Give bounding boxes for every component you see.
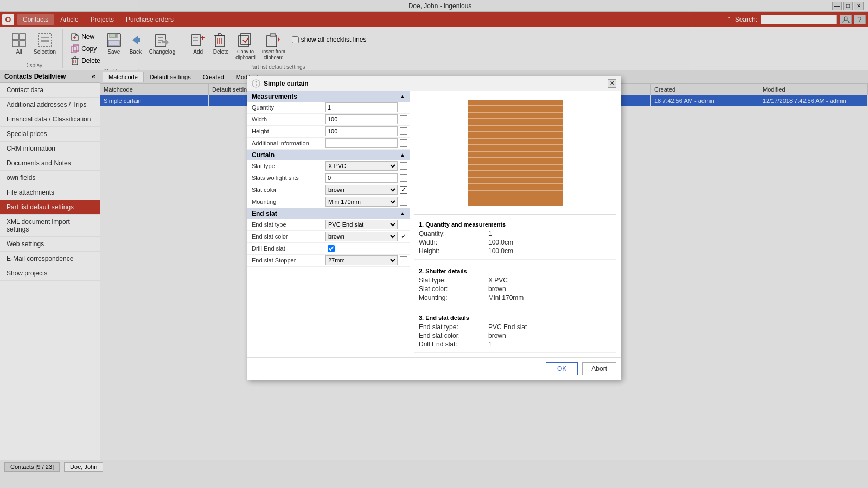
summary-slat-type: Slat type: X PVC — [419, 277, 612, 284]
field-end-slat-stopper: End slat Stopper 27mm — [247, 255, 410, 267]
end-slat-type-select[interactable]: PVC End slat — [326, 220, 398, 229]
summary-drill: Drill End slat: 1 — [419, 341, 612, 348]
curtain-slat — [468, 139, 563, 145]
field-mounting: Mounting Mini 170mm — [247, 196, 410, 208]
summary-section-1: 1. Quantity and measurements Quantity: 1… — [414, 218, 616, 260]
modal-simple-curtain: Simple curtain ✕ Measurements ▲ Quantity… — [247, 76, 621, 380]
additional-check[interactable] — [400, 139, 407, 147]
field-end-slat-type: End slat type PVC End slat — [247, 219, 410, 231]
width-input[interactable] — [326, 114, 398, 124]
field-additional: Additional information — [247, 138, 410, 150]
curtain-preview — [468, 100, 563, 206]
modal-overlay: Simple curtain ✕ Measurements ▲ Quantity… — [0, 0, 868, 488]
modal-close-button[interactable]: ✕ — [608, 79, 616, 88]
curtain-slat — [468, 126, 563, 132]
curtain-slat — [468, 113, 563, 119]
width-check[interactable] — [400, 115, 407, 123]
field-height: Height — [247, 126, 410, 138]
curtain-slat — [468, 100, 563, 106]
field-slat-color: Slat color brown ✓ — [247, 184, 410, 196]
field-drill-end-slat: Drill End slat — [247, 243, 410, 255]
ok-button[interactable]: OK — [546, 362, 578, 375]
field-quantity: Quantity — [247, 102, 410, 114]
quantity-check[interactable] — [400, 104, 407, 111]
modal-footer: OK Abort — [247, 357, 621, 380]
slat-color-select[interactable]: brown — [326, 185, 398, 195]
modal-preview: 1. Quantity and measurements Quantity: 1… — [410, 91, 621, 357]
end-slat-color-check[interactable]: ✓ — [400, 233, 407, 240]
end-slat-type-check[interactable] — [400, 221, 407, 228]
modal-title: Simple curtain — [252, 79, 309, 88]
curtain-section-header[interactable]: Curtain ▲ — [247, 150, 410, 160]
field-slat-type: Slat type X PVC — [247, 160, 410, 172]
height-input[interactable] — [326, 126, 398, 136]
additional-input[interactable] — [326, 138, 398, 148]
modal-title-bar: Simple curtain ✕ — [247, 76, 621, 91]
modal-form: Measurements ▲ Quantity Width Height — [247, 91, 410, 357]
curtain-slat — [468, 171, 563, 178]
end-slat-collapse[interactable]: ▲ — [400, 210, 405, 216]
curtain-slat — [468, 178, 563, 184]
stopper-check[interactable] — [400, 256, 407, 264]
height-check[interactable] — [400, 127, 407, 135]
curtain-slat — [468, 158, 563, 165]
curtain-slat — [468, 165, 563, 171]
end-slat-color-select[interactable]: brown — [326, 232, 398, 241]
slat-type-select[interactable]: X PVC — [326, 161, 398, 171]
modal-body: Measurements ▲ Quantity Width Height — [247, 91, 621, 357]
curtain-collapse[interactable]: ▲ — [400, 152, 405, 158]
curtain-slat — [468, 132, 563, 139]
summary-end-slat-color: End slat color: brown — [419, 332, 612, 339]
quantity-input[interactable] — [326, 102, 398, 112]
summary-mounting: Mounting: Mini 170mm — [419, 294, 612, 301]
summary-section-2: 2. Shutter details Slat type: X PVC Slat… — [414, 265, 616, 306]
summary-quantity: Quantity: 1 — [419, 230, 612, 237]
svg-point-45 — [256, 81, 257, 82]
modal-title-icon — [252, 79, 260, 88]
field-width: Width — [247, 114, 410, 126]
summary-section-3: 3. End slat details End slat type: PVC E… — [414, 311, 616, 353]
summary-end-slat-type: End slat type: PVC End slat — [419, 323, 612, 331]
curtain-slat — [468, 152, 563, 158]
slats-wo-check[interactable] — [400, 174, 407, 182]
end-slat-section-header[interactable]: End slat ▲ — [247, 208, 410, 219]
curtain-slat — [468, 119, 563, 126]
summary-slat-color: Slat color: brown — [419, 285, 612, 293]
slats-wo-input[interactable] — [326, 173, 398, 183]
field-slats-wo: Slats wo light slits — [247, 172, 410, 184]
curtain-preview-container — [414, 95, 616, 210]
end-slat-stopper-select[interactable]: 27mm — [326, 255, 398, 265]
curtain-slat — [468, 145, 563, 152]
measurements-section-header[interactable]: Measurements ▲ — [247, 91, 410, 102]
slat-type-check[interactable] — [400, 162, 407, 170]
summary-sep-1 — [414, 262, 616, 262]
measurements-collapse[interactable]: ▲ — [400, 93, 405, 99]
summary-sep-2 — [414, 309, 616, 309]
mounting-check[interactable] — [400, 198, 407, 206]
curtain-slat — [468, 184, 563, 191]
slat-color-check[interactable]: ✓ — [400, 186, 407, 194]
summary-width: Width: 100.0cm — [419, 239, 612, 246]
mounting-select[interactable]: Mini 170mm — [326, 197, 398, 207]
curtain-slat — [468, 106, 563, 113]
summary-height: Height: 100.0cm — [419, 247, 612, 255]
field-end-slat-color: End slat color brown ✓ — [247, 231, 410, 243]
drill-check[interactable] — [400, 245, 407, 252]
drill-end-slat-checkbox[interactable] — [328, 245, 335, 252]
abort-button[interactable]: Abort — [582, 362, 616, 375]
